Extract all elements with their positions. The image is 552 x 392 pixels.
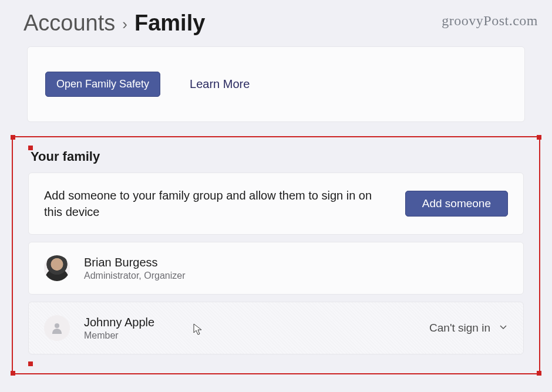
user-icon [50, 321, 64, 335]
breadcrumb-current: Family [134, 11, 205, 36]
add-someone-card: Add someone to your family group and all… [28, 173, 524, 235]
add-someone-button[interactable]: Add someone [405, 191, 508, 217]
avatar [44, 315, 70, 341]
avatar [44, 255, 70, 281]
cursor-icon [193, 323, 204, 336]
member-info: Brian Burgess Administrator, Organizer [84, 256, 186, 281]
member-name: Brian Burgess [84, 256, 186, 269]
member-name: Johnny Apple [84, 316, 154, 329]
member-status-dropdown[interactable]: Can't sign in [429, 322, 508, 334]
chevron-right-icon: › [122, 15, 127, 33]
member-role: Administrator, Organizer [84, 271, 186, 281]
add-someone-description: Add someone to your family group and all… [44, 187, 405, 220]
your-family-title: Your family [31, 149, 524, 164]
chevron-down-icon [499, 322, 508, 334]
open-family-safety-button[interactable]: Open Family Safety [45, 72, 160, 97]
watermark: groovyPost.com [442, 13, 538, 29]
family-safety-card: Open Family Safety Learn More [27, 46, 525, 122]
your-family-section: Your family Add someone to your family g… [12, 136, 540, 374]
family-member-row[interactable]: Brian Burgess Administrator, Organizer [28, 242, 524, 295]
member-info: Johnny Apple Member [84, 316, 154, 341]
learn-more-link[interactable]: Learn More [190, 77, 250, 91]
breadcrumb-parent[interactable]: Accounts [23, 11, 115, 36]
family-member-row[interactable]: Johnny Apple Member Can't sign in [28, 302, 524, 354]
svg-point-0 [55, 323, 59, 328]
member-status-text: Can't sign in [429, 322, 490, 334]
member-role: Member [84, 330, 154, 341]
